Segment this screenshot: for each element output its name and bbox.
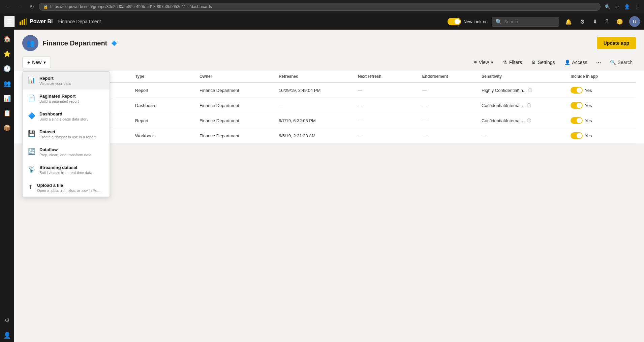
svg-rect-1: [22, 20, 23, 25]
dropdown-paginated-title: Paginated Report: [39, 94, 104, 99]
view-chevron-icon: ▾: [491, 60, 493, 65]
col-header-refreshed: Refreshed: [275, 71, 354, 82]
address-bar[interactable]: 🔒 https://dxt.powerbi.com/groups/80e26d0…: [39, 3, 601, 11]
include-toggle-1[interactable]: [571, 102, 583, 109]
topnav-search-box[interactable]: 🔍: [492, 17, 559, 27]
logo-area: Power BI: [19, 18, 53, 26]
help-icon[interactable]: ?: [603, 17, 610, 26]
browser-chrome: ← → ↻ 🔒 https://dxt.powerbi.com/groups/8…: [0, 0, 644, 13]
svg-rect-3: [26, 18, 27, 25]
dropdown-item-dashboard[interactable]: 🔷 Dashboard Build a single-page data sto…: [23, 107, 110, 125]
col-header-owner: Owner: [195, 71, 275, 82]
hamburger-button[interactable]: ☰: [4, 16, 15, 27]
dropdown-item-report[interactable]: 📊 Report Visualize your data: [23, 72, 110, 90]
dropdown-dataflow-title: Dataflow: [39, 147, 104, 152]
update-app-button[interactable]: Update app: [597, 37, 636, 49]
topnav-search-input[interactable]: [504, 19, 555, 24]
include-label-1: Yes: [585, 103, 592, 108]
sidebar-item-workspaces[interactable]: 📊: [0, 92, 14, 105]
dropdown-upload-title: Upload a file: [37, 183, 104, 188]
toolbar-search-icon: 🔍: [610, 60, 616, 65]
cell-next-refresh-3: —: [354, 128, 418, 143]
include-toggle-3[interactable]: [571, 132, 583, 139]
access-button[interactable]: 👤 Access: [561, 58, 591, 67]
info-icon[interactable]: ⓘ: [527, 103, 531, 108]
workspace-header: 👥 Finance Department 🔷 Update app: [14, 30, 644, 54]
main-layout: 🏠 ⭐ 🕐 👥 📊 📋 📦 ⚙ 👤 👥 Finance Department 🔷…: [0, 30, 644, 342]
view-label: View: [479, 60, 489, 65]
col-header-type: Type: [131, 71, 195, 82]
cell-refreshed-2: 6/7/19, 6:32:05 PM: [275, 113, 354, 128]
new-look-toggle-switch[interactable]: [448, 18, 461, 25]
browser-menu-icon[interactable]: ⋮: [633, 3, 641, 10]
dropdown-item-streaming[interactable]: 📡 Streaming dataset Build visuals from r…: [23, 161, 110, 179]
cell-type-3: Workbook: [131, 128, 195, 143]
certified-icon[interactable]: 🔷: [111, 40, 117, 46]
browser-bookmark-icon[interactable]: ☆: [614, 3, 621, 10]
report-icon: 📊: [28, 76, 35, 84]
browser-icons: 🔍 ☆ 👤 ⋮: [603, 3, 641, 10]
dropdown-dashboard-desc: Build a single-page data story: [39, 117, 104, 121]
more-options-button[interactable]: ···: [593, 58, 604, 67]
forward-button[interactable]: →: [16, 2, 25, 11]
table-row: Finance Workbook Workbook Finance Depart…: [22, 128, 636, 143]
workspace-title-area: 👥 Finance Department 🔷: [22, 35, 117, 51]
dropdown-item-dataset[interactable]: 💾 Dataset Create a dataset to use in a r…: [23, 125, 110, 143]
filters-button[interactable]: ⚗ Filters: [499, 58, 525, 67]
col-header-include: Include in app: [566, 71, 636, 82]
url-text: https://dxt.powerbi.com/groups/80e26d0a-…: [50, 4, 212, 9]
user-avatar[interactable]: U: [629, 16, 640, 27]
view-button[interactable]: ≡ View ▾: [471, 58, 497, 67]
sidebar-item-shared[interactable]: 👥: [0, 77, 14, 90]
sidebar-item-account[interactable]: 👤: [0, 329, 14, 342]
back-button[interactable]: ←: [3, 2, 13, 11]
cell-next-refresh-0: —: [354, 82, 418, 98]
dropdown-dataset-title: Dataset: [39, 129, 104, 134]
toolbar-search-button[interactable]: 🔍 Search: [607, 58, 636, 67]
include-toggle-2[interactable]: [571, 117, 583, 124]
cell-include-1: Yes: [566, 98, 636, 113]
sidebar-item-settings[interactable]: ⚙: [0, 314, 14, 327]
info-icon[interactable]: ⓘ: [528, 88, 532, 93]
sidebar-item-home[interactable]: 🏠: [0, 32, 14, 46]
top-navigation: ☰ Power BI Finance Department New look o…: [0, 13, 644, 30]
new-dropdown-menu: 📊 Report Visualize your data 📄 Paginated…: [22, 71, 110, 197]
sidebar-item-browse[interactable]: 📋: [0, 106, 14, 120]
col-header-next-refresh: Next refresh: [354, 71, 418, 82]
new-look-toggle[interactable]: New look on: [448, 18, 488, 25]
notification-icon[interactable]: 🔔: [563, 17, 574, 26]
dropdown-item-dataflow[interactable]: 🔄 Dataflow Prep, clean, and transform da…: [23, 143, 110, 161]
cell-owner-1: Finance Department: [195, 98, 275, 113]
plus-icon: +: [27, 60, 30, 65]
cell-owner-2: Finance Department: [195, 113, 275, 128]
sidebar-item-apps[interactable]: 📦: [0, 121, 14, 135]
cell-endorsement-1: —: [418, 98, 478, 113]
browser-user-icon[interactable]: 👤: [623, 3, 631, 10]
workspace-avatar-icon: 👥: [26, 39, 35, 47]
workspace-items-table: Name Type Owner Refreshed Next refresh E…: [22, 71, 636, 143]
cell-include-2: Yes: [566, 113, 636, 128]
dataset-icon: 💾: [28, 130, 35, 137]
workspace-name: Finance Department: [42, 39, 107, 47]
cell-sensitivity-1: Confidential\Internal-...ⓘ: [478, 98, 566, 113]
include-label-0: Yes: [585, 88, 592, 93]
cell-refreshed-1: —: [275, 98, 354, 113]
workspace-avatar: 👥: [22, 35, 38, 51]
refresh-button[interactable]: ↻: [28, 2, 36, 11]
include-toggle-0[interactable]: [571, 87, 583, 94]
dropdown-item-paginated-report[interactable]: 📄 Paginated Report Build a paginated rep…: [23, 90, 110, 107]
access-label: Access: [572, 60, 587, 65]
dropdown-item-upload[interactable]: ⬆ Upload a file Open a .pbix, .rdl, .xls…: [23, 179, 110, 197]
new-button[interactable]: + New ▾: [22, 57, 51, 68]
table-row: Finance Dashboard Dashboard Finance Depa…: [22, 98, 636, 113]
info-icon[interactable]: ⓘ: [527, 118, 531, 124]
content-area: 👥 Finance Department 🔷 Update app + New …: [14, 30, 644, 342]
view-icon: ≡: [474, 60, 477, 65]
feedback-icon[interactable]: 😊: [614, 17, 625, 26]
settings-button[interactable]: ⚙ Settings: [528, 58, 558, 67]
settings-icon[interactable]: ⚙: [578, 17, 587, 26]
download-icon[interactable]: ⬇: [591, 17, 599, 26]
sidebar-item-favorites[interactable]: ⭐: [0, 47, 14, 61]
browser-zoom-icon[interactable]: 🔍: [603, 3, 612, 10]
sidebar-item-recents[interactable]: 🕐: [0, 62, 14, 75]
